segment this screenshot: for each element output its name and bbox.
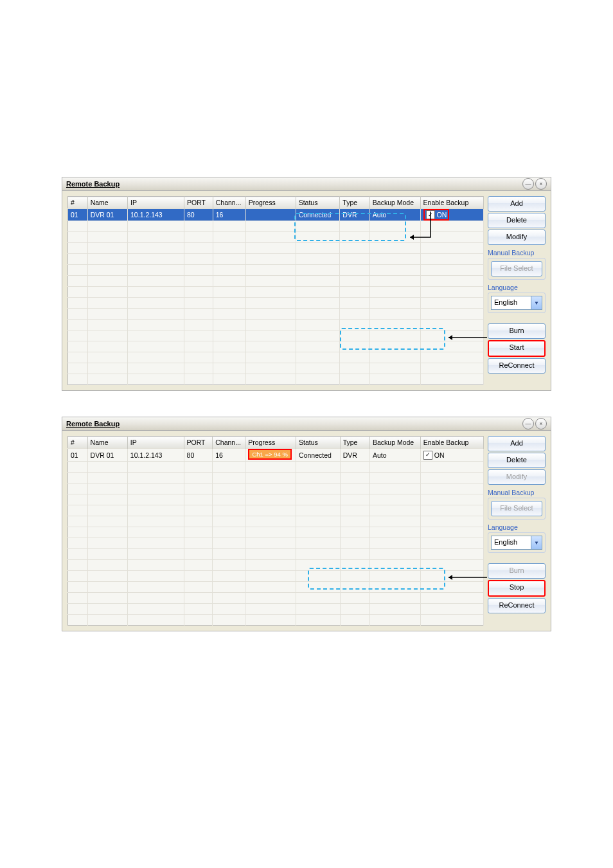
minimize-icon[interactable]: — <box>522 418 534 429</box>
cell-mode: Auto <box>370 449 421 462</box>
th-type[interactable]: Type <box>340 197 369 209</box>
table-row[interactable] <box>68 320 484 330</box>
table-row[interactable] <box>68 221 484 232</box>
table-row[interactable] <box>68 363 484 374</box>
th-type[interactable]: Type <box>340 437 369 449</box>
cell-enable: ✓ ON <box>420 209 483 221</box>
th-prog[interactable]: Progress <box>245 197 296 209</box>
table-row[interactable] <box>68 330 484 341</box>
th-chan[interactable]: Chann... <box>213 197 245 209</box>
language-select[interactable]: English ▼ <box>491 296 542 310</box>
cell-port: 80 <box>184 449 213 462</box>
stop-button[interactable]: Stop <box>488 580 546 597</box>
th-num[interactable]: # <box>68 197 88 209</box>
th-mode[interactable]: Backup Mode <box>369 197 420 209</box>
cell-chan: 16 <box>213 449 245 462</box>
table-row[interactable] <box>68 571 484 582</box>
window-buttons: — × <box>522 178 547 190</box>
table-row[interactable] <box>68 505 484 516</box>
enable-checkbox[interactable]: ✓ <box>426 210 435 219</box>
table-row[interactable] <box>68 538 484 549</box>
cell-status: Connected <box>296 449 341 462</box>
table-row[interactable] <box>68 254 484 265</box>
reconnect-button[interactable]: ReConnect <box>488 598 546 613</box>
cell-type: DVR <box>340 209 369 221</box>
add-button[interactable]: Add <box>488 436 546 451</box>
th-port[interactable]: PORT <box>184 197 213 209</box>
language-value: English <box>492 536 531 549</box>
th-name[interactable]: Name <box>87 197 127 209</box>
table-row[interactable] <box>68 593 484 604</box>
modify-button[interactable]: Modify <box>488 230 546 245</box>
table-row[interactable]: 01 DVR 01 10.1.2.143 80 16 Connected DVR… <box>68 209 484 221</box>
cell-enable: ✓ ON <box>420 449 483 462</box>
enable-checkbox[interactable]: ✓ <box>423 451 432 460</box>
delete-button[interactable]: Delete <box>488 213 546 228</box>
chevron-down-icon[interactable]: ▼ <box>531 296 542 309</box>
window-title: Remote Backup <box>66 420 120 428</box>
burn-button[interactable]: Burn <box>488 323 546 339</box>
table-row[interactable] <box>68 232 484 243</box>
table-row[interactable] <box>68 374 484 385</box>
chevron-down-icon[interactable]: ▼ <box>531 536 542 549</box>
minimize-icon[interactable]: — <box>522 178 534 190</box>
table-row[interactable] <box>68 309 484 320</box>
table-row[interactable] <box>68 462 484 473</box>
progress-badge: Ch1 => 94 % <box>248 449 292 460</box>
table-row[interactable] <box>68 604 484 615</box>
table-row[interactable]: 01 DVR 01 10.1.2.143 80 16 Ch1 => 94 % C… <box>68 449 484 462</box>
table-row[interactable] <box>68 582 484 593</box>
table-row[interactable] <box>68 494 484 505</box>
table-row[interactable] <box>68 287 484 298</box>
table-row[interactable] <box>68 341 484 352</box>
delete-button[interactable]: Delete <box>488 453 546 468</box>
cell-name: DVR 01 <box>87 449 127 462</box>
close-icon[interactable]: × <box>535 178 547 190</box>
th-enable[interactable]: Enable Backup <box>420 437 483 449</box>
table-row[interactable] <box>68 352 484 363</box>
table-row[interactable] <box>68 484 484 494</box>
th-chan[interactable]: Chann... <box>213 437 245 449</box>
th-enable[interactable]: Enable Backup <box>420 197 483 209</box>
th-mode[interactable]: Backup Mode <box>370 437 421 449</box>
cell-type: DVR <box>340 449 369 462</box>
table-row[interactable] <box>68 549 484 560</box>
th-ip[interactable]: IP <box>127 437 184 449</box>
table-row[interactable] <box>68 298 484 309</box>
th-prog[interactable]: Progress <box>245 437 296 449</box>
language-group: English ▼ <box>488 532 546 553</box>
file-select-button: File Select <box>491 501 542 516</box>
cell-prog <box>245 209 296 221</box>
enable-text: ON <box>434 451 445 459</box>
table-row[interactable] <box>68 473 484 484</box>
table-row[interactable] <box>68 243 484 254</box>
th-ip[interactable]: IP <box>128 197 184 209</box>
th-status[interactable]: Status <box>296 437 341 449</box>
table-row[interactable] <box>68 560 484 571</box>
language-label: Language <box>488 284 546 291</box>
manual-backup-label: Manual Backup <box>488 249 546 257</box>
th-num[interactable]: # <box>68 437 88 449</box>
th-status[interactable]: Status <box>296 197 340 209</box>
language-select[interactable]: English ▼ <box>491 536 542 550</box>
table-row[interactable] <box>68 265 484 276</box>
start-button[interactable]: Start <box>488 340 546 357</box>
enable-text: ON <box>437 211 447 219</box>
close-icon[interactable]: × <box>535 418 547 429</box>
manual-backup-label: Manual Backup <box>488 489 546 496</box>
th-port[interactable]: PORT <box>184 437 213 449</box>
table-row[interactable] <box>68 276 484 287</box>
table-row[interactable] <box>68 527 484 538</box>
table-row[interactable] <box>68 615 484 626</box>
table-row[interactable] <box>68 516 484 527</box>
cell-status: Connected <box>296 209 340 221</box>
language-label: Language <box>488 523 546 531</box>
add-button[interactable]: Add <box>488 196 546 212</box>
window-buttons: — × <box>522 418 547 429</box>
reconnect-button[interactable]: ReConnect <box>488 358 546 374</box>
side-panel: Add Delete Modify Manual Backup File Sel… <box>488 436 546 613</box>
table-header-row: # Name IP PORT Chann... Progress Status … <box>68 437 484 449</box>
language-group: English ▼ <box>488 293 546 313</box>
cell-chan: 16 <box>213 209 245 221</box>
th-name[interactable]: Name <box>87 437 127 449</box>
